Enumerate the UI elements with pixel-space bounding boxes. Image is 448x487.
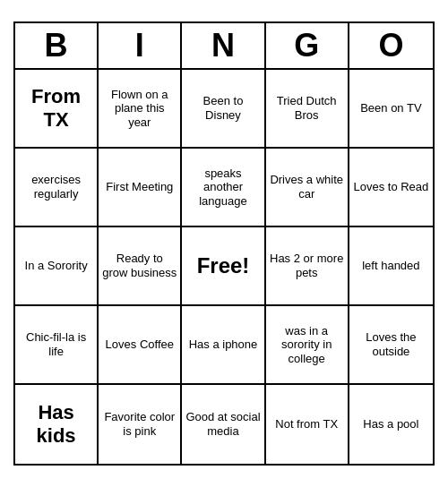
bingo-cell: Been on TV <box>349 70 433 149</box>
header-letter: I <box>99 23 182 68</box>
bingo-cell: Has kids <box>15 385 99 464</box>
bingo-cell: Loves Coffee <box>99 306 182 385</box>
bingo-cell: left handed <box>349 227 433 306</box>
bingo-cell: Chic-fil-la is life <box>15 306 99 385</box>
bingo-cell: From TX <box>15 70 99 149</box>
bingo-cell: First Meeting <box>99 149 182 227</box>
bingo-cell: Flown on a plane this year <box>99 70 182 149</box>
bingo-cell: was in a sorority in college <box>266 306 349 385</box>
bingo-cell: Drives a white car <box>266 149 349 227</box>
header-letter: G <box>266 23 349 68</box>
bingo-cell: Loves to Read <box>349 149 433 227</box>
header-letter: O <box>349 23 433 68</box>
bingo-cell: Has 2 or more pets <box>266 227 349 306</box>
bingo-grid: From TXFlown on a plane this yearBeen to… <box>15 70 433 464</box>
bingo-cell: Loves the outside <box>349 306 433 385</box>
bingo-cell: Free! <box>182 227 265 306</box>
bingo-card: BINGO From TXFlown on a plane this yearB… <box>13 21 435 466</box>
bingo-cell: Been to Disney <box>182 70 265 149</box>
bingo-cell: exercises regularly <box>15 149 99 227</box>
bingo-cell: Favorite color is pink <box>99 385 182 464</box>
bingo-cell: Tried Dutch Bros <box>266 70 349 149</box>
bingo-cell: speaks another language <box>182 149 265 227</box>
bingo-cell: Has a pool <box>349 385 433 464</box>
bingo-cell: Ready to grow business <box>99 227 182 306</box>
header-letter: B <box>15 23 99 68</box>
bingo-cell: Not from TX <box>266 385 349 464</box>
header-letter: N <box>182 23 265 68</box>
bingo-cell: Good at social media <box>182 385 265 464</box>
bingo-header: BINGO <box>15 23 433 70</box>
bingo-cell: In a Sorority <box>15 227 99 306</box>
bingo-cell: Has a iphone <box>182 306 265 385</box>
